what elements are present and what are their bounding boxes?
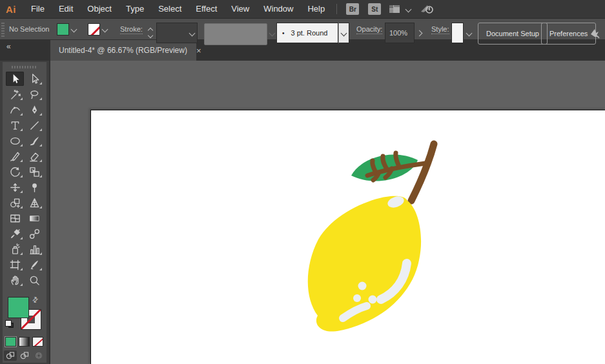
shaper-tool-icon — [9, 150, 21, 163]
control-bar: No Selection Stroke: • 3 pt. Round O — [0, 18, 605, 40]
workspace-chevron-down-icon[interactable] — [404, 3, 413, 15]
rotate-tool-icon — [9, 166, 21, 178]
collapse-panels-button[interactable]: « — [6, 42, 10, 51]
cc-sync-icon[interactable] — [420, 4, 434, 14]
brush-name: 3 pt. Round — [291, 29, 328, 37]
stroke-weight-stepper[interactable] — [146, 23, 154, 43]
line-segment-tool[interactable] — [25, 118, 43, 132]
menu-help[interactable]: Help — [300, 0, 332, 18]
menu-select[interactable]: Select — [151, 0, 189, 18]
menu-window[interactable]: Window — [256, 0, 300, 18]
draw-inside-button[interactable] — [32, 350, 45, 361]
type-tool-icon — [9, 119, 21, 132]
menu-file[interactable]: File — [24, 0, 52, 18]
fill-chevron-down-icon[interactable] — [69, 23, 79, 35]
app-logo: Ai — [6, 4, 16, 15]
opacity-label[interactable]: Opacity: — [356, 25, 382, 34]
magic-wand-tool[interactable] — [6, 87, 24, 101]
stroke-weight-field[interactable] — [156, 23, 198, 43]
preferences-button[interactable]: Preferences — [541, 23, 596, 45]
opacity-field[interactable]: 100% — [385, 23, 415, 43]
stroke-color-swatch[interactable] — [88, 23, 100, 35]
draw-normal-button[interactable] — [4, 350, 17, 361]
stock-button[interactable]: St — [368, 3, 381, 15]
selection-status: No Selection — [9, 19, 49, 39]
illustrator-window: Ai File Edit Object Type Select Effect V… — [0, 0, 605, 364]
swap-fill-stroke-icon[interactable]: ⇄ — [30, 295, 41, 305]
puppet-warp-tool-icon — [28, 181, 41, 194]
brush-definition-field[interactable]: • 3 pt. Round — [276, 23, 338, 43]
fill-stroke-proxy: ⇄ — [5, 296, 45, 333]
document-tab-close-icon[interactable]: × — [196, 46, 201, 56]
stroke-weight-label[interactable]: Stroke: — [120, 25, 143, 34]
pen-tool-icon — [28, 104, 41, 116]
hand-tool[interactable] — [6, 273, 24, 287]
drawing-mode-row — [4, 350, 45, 361]
rotate-tool[interactable] — [6, 165, 24, 179]
menu-edit[interactable]: Edit — [52, 0, 80, 18]
fill-proxy[interactable] — [8, 297, 29, 318]
stroke-color-group — [88, 19, 110, 39]
perspective-grid-tool[interactable] — [25, 196, 43, 210]
gradient-button[interactable] — [19, 337, 30, 347]
zoom-tool-icon — [28, 274, 41, 287]
opacity-chevron-right-icon[interactable] — [415, 23, 424, 43]
lasso-tool-icon — [28, 88, 41, 101]
color-button[interactable] — [5, 337, 16, 347]
shape-builder-tool-icon — [9, 197, 21, 209]
direct-selection-tool-icon — [28, 73, 41, 85]
menu-object[interactable]: Object — [80, 0, 119, 18]
default-fill-stroke-icon[interactable] — [5, 320, 14, 329]
paintbrush-tool[interactable] — [25, 134, 43, 148]
style-swatch[interactable] — [451, 23, 464, 43]
zoom-tool[interactable] — [25, 273, 43, 287]
artboard-tool[interactable] — [6, 258, 24, 272]
paintbrush-tool-icon — [28, 135, 41, 147]
highlight-dot-2 — [353, 294, 361, 302]
menu-effect[interactable]: Effect — [189, 0, 224, 18]
stroke-weight-chevron-down-icon[interactable] — [187, 26, 197, 39]
curvature-tool[interactable] — [6, 103, 24, 117]
mesh-tool-icon — [9, 212, 21, 225]
artboard[interactable] — [90, 110, 605, 364]
scale-tool[interactable] — [25, 165, 43, 179]
slice-tool[interactable] — [25, 258, 43, 272]
menu-view[interactable]: View — [224, 0, 256, 18]
fill-color-swatch[interactable] — [57, 23, 69, 35]
column-graph-tool[interactable] — [25, 242, 43, 256]
ellipse-tool[interactable] — [6, 134, 24, 148]
pen-tool[interactable] — [25, 103, 43, 117]
type-tool[interactable] — [6, 118, 24, 132]
shape-builder-tool[interactable] — [6, 196, 24, 210]
direct-selection-tool[interactable] — [25, 72, 43, 86]
paint-mode-row — [5, 337, 45, 347]
gradient-tool[interactable] — [25, 211, 43, 225]
panel-grip[interactable] — [12, 66, 37, 68]
mesh-tool[interactable] — [6, 211, 24, 225]
control-panel-menu-icon[interactable] — [589, 23, 600, 43]
gradient-tool-icon — [28, 212, 41, 225]
control-bar-grip[interactable] — [1, 21, 5, 37]
blend-tool[interactable] — [25, 227, 43, 241]
brush-chevron-down-icon[interactable] — [338, 23, 349, 43]
bridge-button[interactable]: Br — [346, 3, 359, 15]
menu-type[interactable]: Type — [119, 0, 151, 18]
lemon-stem[interactable] — [411, 144, 434, 201]
width-tool-icon — [9, 181, 21, 194]
style-label[interactable]: Style: — [431, 25, 449, 34]
shaper-tool[interactable] — [6, 149, 24, 163]
workspace-switcher-icon[interactable] — [389, 5, 400, 14]
selection-tool[interactable] — [6, 72, 24, 86]
eraser-tool[interactable] — [25, 149, 43, 163]
style-chevron-down-icon[interactable] — [464, 23, 474, 43]
document-setup-button[interactable]: Document Setup — [478, 23, 548, 45]
stroke-chevron-down-icon[interactable] — [100, 23, 110, 35]
puppet-warp-tool[interactable] — [25, 180, 43, 194]
width-tool[interactable] — [6, 180, 24, 194]
draw-behind-button[interactable] — [18, 350, 31, 361]
menubar-separator — [336, 4, 337, 14]
lasso-tool[interactable] — [25, 87, 43, 101]
eyedropper-tool[interactable] — [6, 227, 24, 241]
symbol-sprayer-tool[interactable] — [6, 242, 24, 256]
none-button[interactable] — [32, 337, 43, 347]
